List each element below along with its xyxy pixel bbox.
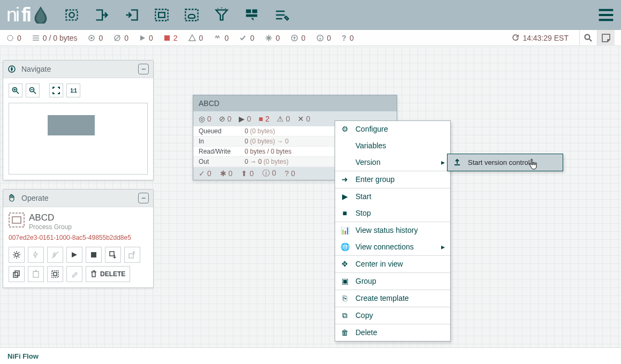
logo-text-thin: ni — [6, 4, 18, 26]
copy-icon: ⧉ — [340, 311, 349, 320]
status-uptodate: 0 — [239, 34, 254, 42]
pg-queued-label: Queued — [199, 127, 245, 135]
context-menu: ⚙Configure Variables Version▸ ➜Enter gro… — [335, 120, 451, 342]
operate-template-upload-button[interactable] — [105, 247, 121, 263]
svg-rect-1 — [155, 10, 168, 21]
svg-rect-30 — [129, 254, 133, 258]
check-icon — [239, 34, 247, 42]
arrow-up-icon — [291, 34, 298, 42]
logo-text-bold: fi — [21, 4, 30, 26]
operate-color-button — [66, 266, 82, 282]
operate-delete-button[interactable]: DELETE — [86, 266, 130, 282]
svg-rect-33 — [33, 271, 39, 277]
refresh-icon — [512, 34, 519, 42]
pg-stopped-icon: ■ 2 — [259, 115, 269, 123]
status-last-refresh: 14:43:29 EST — [512, 34, 569, 42]
status-threads: 0 — [6, 34, 21, 42]
status-unknown: ?0 — [342, 34, 353, 42]
pg-running-icon: ▶ 0 — [239, 115, 251, 123]
global-menu-icon[interactable] — [597, 6, 615, 24]
status-running: 0 — [139, 34, 153, 42]
ctx-create-template[interactable]: ⎘Create template — [335, 290, 450, 307]
operate-disable-button — [47, 247, 63, 263]
drag-label-icon[interactable] — [274, 7, 289, 22]
ctx-start-version-control[interactable]: Start version control — [448, 154, 563, 171]
ctx-version[interactable]: Version▸ — [335, 154, 450, 171]
collapse-navigate-button[interactable]: − — [138, 64, 149, 74]
enter-icon: ➜ — [340, 175, 349, 184]
operate-configure-button[interactable] — [9, 247, 25, 263]
status-locally-modified: 0 — [291, 34, 306, 42]
drag-process-group-icon[interactable] — [154, 7, 169, 22]
trash-icon — [90, 270, 97, 278]
svg-point-14 — [585, 35, 590, 40]
ctx-configure[interactable]: ⚙Configure — [335, 121, 450, 138]
pg-in-value: 0 — [245, 138, 248, 145]
bulletin-button[interactable] — [597, 30, 615, 46]
compass-icon — [7, 65, 16, 73]
pg-queued-detail: (0 bytes) — [250, 127, 275, 135]
upload-icon — [453, 158, 461, 166]
ctx-stop[interactable]: ■Stop — [335, 205, 450, 222]
drag-template-icon[interactable] — [244, 7, 259, 22]
ctx-view-connections[interactable]: 🌐View connections▸ — [335, 239, 450, 255]
operate-start-button[interactable] — [66, 247, 82, 263]
pg-queued-value: 0 — [245, 127, 248, 135]
queued-icon — [32, 34, 40, 42]
drag-processor-icon[interactable] — [64, 7, 79, 22]
chart-icon: 📊 — [340, 226, 349, 234]
zoom-fit-button[interactable] — [49, 84, 63, 97]
breadcrumb-bar: NiFi Flow — [0, 347, 621, 364]
ctx-variables[interactable]: Variables — [335, 138, 450, 154]
transmitting-icon — [88, 34, 95, 42]
operate-group-button[interactable] — [47, 266, 63, 282]
pg-out-value: 0 → 0 — [245, 158, 262, 165]
ctx-copy[interactable]: ⧉Copy — [335, 307, 450, 324]
stop-icon: ■ — [340, 209, 349, 217]
sticky-note-icon — [602, 34, 610, 42]
birdseye-view[interactable] — [9, 103, 148, 175]
ctx-group[interactable]: ▣Group — [335, 272, 450, 290]
zoom-out-button[interactable] — [26, 84, 40, 97]
ctx-center[interactable]: ✥Center in view — [335, 255, 450, 272]
pg-rw-value: 0 bytes / 0 bytes — [245, 148, 291, 155]
svg-line-22 — [34, 92, 36, 94]
status-stopped: 2 — [164, 34, 178, 42]
operate-copy-button[interactable] — [9, 266, 25, 282]
breadcrumb-root[interactable]: NiFi Flow — [7, 352, 39, 360]
drag-output-port-icon[interactable] — [124, 7, 139, 22]
status-queued: 0 / 0 bytes — [32, 34, 78, 42]
pg-out-label: Out — [199, 158, 245, 165]
svg-rect-34 — [35, 270, 37, 272]
svg-rect-35 — [52, 271, 58, 277]
drag-remote-process-group-icon[interactable] — [184, 7, 199, 22]
svg-rect-24 — [9, 213, 24, 227]
drag-funnel-icon[interactable] — [214, 7, 229, 22]
collapse-operate-button[interactable]: − — [138, 193, 149, 203]
pg-invalid-icon: ⚠ 0 — [277, 115, 290, 123]
svg-rect-29 — [110, 252, 114, 256]
trash-icon: 🗑 — [340, 328, 349, 337]
operate-panel: Operate − ABCD Process Group 007ed2e3-01… — [3, 189, 154, 288]
pg-not-transmitting-icon: ⊘ 0 — [219, 115, 232, 123]
info-icon — [316, 34, 324, 42]
process-group-title: ABCD — [193, 95, 397, 111]
status-bar: 0 0 / 0 bytes 0 0 0 2 0 0 0 0 0 0 ?0 14:… — [0, 30, 621, 46]
not-transmitting-icon — [113, 34, 121, 42]
ctx-start[interactable]: ▶Start — [335, 188, 450, 205]
operate-stop-button[interactable] — [86, 247, 102, 263]
ctx-delete[interactable]: 🗑Delete — [335, 324, 450, 341]
status-invalid: 0 — [188, 34, 203, 42]
drag-input-port-icon[interactable] — [94, 7, 109, 22]
group-icon: ▣ — [340, 277, 349, 285]
birdseye-pg-rect — [48, 115, 95, 135]
ctx-enter-group[interactable]: ➜Enter group — [335, 171, 450, 188]
search-button[interactable] — [579, 30, 597, 46]
flow-canvas[interactable]: Navigate − 1:1 Operate − — [0, 47, 621, 348]
zoom-actual-button[interactable]: 1:1 — [66, 84, 80, 97]
zoom-in-button[interactable] — [9, 84, 22, 97]
ctx-status-history[interactable]: 📊View status history — [335, 222, 450, 239]
operate-component-type: Process Group — [29, 223, 72, 231]
svg-rect-2 — [158, 12, 165, 17]
warning-icon — [188, 34, 196, 42]
